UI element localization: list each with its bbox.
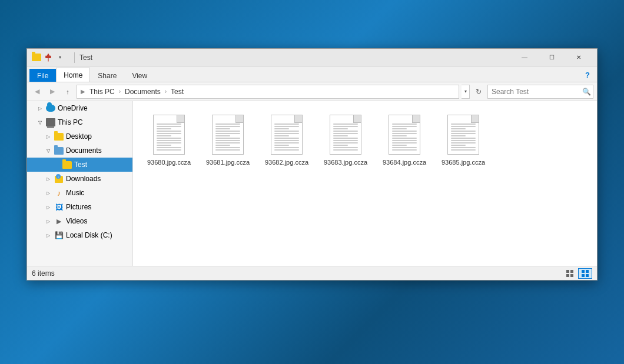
file-item-3[interactable]: 93683.jpg.ccza bbox=[319, 111, 372, 256]
videos-folder-icon: ▶ bbox=[54, 216, 64, 226]
test-folder-icon bbox=[62, 160, 72, 169]
line bbox=[451, 147, 476, 148]
expand-arrow-desktop: ▷ bbox=[45, 133, 52, 140]
line bbox=[392, 140, 417, 141]
view-grid-button[interactable] bbox=[563, 268, 577, 279]
sidebar-label-thispc: This PC bbox=[58, 118, 83, 126]
file-icon-1 bbox=[210, 113, 245, 156]
sidebar-item-onedrive[interactable]: ▷ OneDrive bbox=[27, 101, 132, 115]
sidebar-item-localdisk[interactable]: ▷ 💾 Local Disk (C:) bbox=[27, 228, 132, 242]
search-icon[interactable]: 🔍 bbox=[582, 88, 591, 96]
line bbox=[451, 140, 476, 141]
forward-button[interactable]: ▶ bbox=[46, 85, 59, 98]
back-button[interactable]: ◀ bbox=[31, 85, 44, 98]
address-path[interactable]: ▶ This PC › Documents › Test bbox=[77, 85, 459, 99]
line bbox=[333, 128, 348, 129]
line bbox=[333, 126, 358, 127]
file-item-5[interactable]: 93685.jpg.ccza bbox=[437, 111, 490, 256]
line bbox=[274, 142, 299, 143]
help-button[interactable]: ? bbox=[580, 68, 595, 82]
expand-arrow-downloads: ▷ bbox=[45, 175, 52, 182]
line bbox=[274, 123, 299, 125]
file-page-lines-0 bbox=[154, 115, 184, 153]
pictures-folder-icon: 🖼 bbox=[54, 202, 64, 212]
minimize-button[interactable]: — bbox=[511, 49, 538, 66]
file-page-3 bbox=[330, 115, 361, 155]
pc-icon bbox=[46, 118, 55, 127]
svg-rect-2 bbox=[566, 274, 569, 277]
file-item-1[interactable]: 93681.jpg.ccza bbox=[201, 111, 254, 256]
search-box[interactable]: 🔍 bbox=[487, 85, 593, 99]
line bbox=[215, 135, 230, 136]
address-dropdown-button[interactable]: ▾ bbox=[462, 85, 470, 99]
line bbox=[333, 131, 358, 132]
sidebar-item-music[interactable]: ▷ ♪ Music bbox=[27, 186, 132, 200]
file-page-1 bbox=[212, 115, 244, 155]
file-name-0: 93680.jpg.ccza bbox=[147, 158, 191, 166]
line bbox=[215, 128, 230, 129]
line bbox=[451, 128, 466, 129]
file-item-4[interactable]: 93684.jpg.ccza bbox=[378, 111, 431, 256]
line bbox=[215, 147, 240, 148]
sidebar-item-desktop[interactable]: ▷ Desktop bbox=[27, 129, 132, 143]
file-item-0[interactable]: 93680.jpg.ccza bbox=[142, 111, 195, 256]
line bbox=[157, 131, 181, 132]
sidebar-item-videos[interactable]: ▷ ▶ Videos bbox=[27, 214, 132, 228]
address-bar: ◀ ▶ ↑ ▶ This PC › Documents › Test ▾ ↻ 🔍 bbox=[27, 82, 597, 101]
line bbox=[274, 133, 299, 134]
ribbon-tabs: File Home Share View ? bbox=[27, 66, 597, 82]
svg-rect-0 bbox=[566, 270, 569, 273]
expand-arrow-test bbox=[53, 161, 60, 168]
line bbox=[451, 133, 476, 134]
close-button[interactable]: ✕ bbox=[565, 49, 592, 66]
sidebar-item-pictures[interactable]: ▷ 🖼 Pictures bbox=[27, 200, 132, 214]
line bbox=[215, 138, 240, 139]
line bbox=[451, 126, 476, 127]
path-segment-thispc[interactable]: This PC bbox=[88, 87, 117, 96]
line bbox=[392, 145, 407, 146]
onedrive-icon bbox=[46, 103, 55, 113]
line bbox=[274, 140, 299, 141]
pin-icon-title bbox=[44, 53, 53, 62]
view-large-icons-button[interactable] bbox=[578, 268, 592, 279]
tab-home[interactable]: Home bbox=[56, 68, 90, 82]
file-grid: 93680.jpg.ccza bbox=[133, 101, 597, 266]
sidebar-label-desktop: Desktop bbox=[66, 132, 92, 141]
line bbox=[451, 131, 476, 132]
sidebar-item-thispc[interactable]: ▽ This PC bbox=[27, 115, 132, 129]
expand-arrow-onedrive: ▷ bbox=[36, 105, 44, 112]
expand-arrow-music: ▷ bbox=[45, 189, 52, 196]
path-segment-test[interactable]: Test bbox=[169, 87, 185, 96]
path-segment-documents[interactable]: Documents bbox=[123, 87, 162, 96]
line bbox=[274, 135, 289, 136]
sidebar-item-test[interactable]: Test bbox=[27, 158, 132, 172]
file-icon-4 bbox=[387, 113, 422, 156]
search-input[interactable] bbox=[492, 88, 580, 96]
refresh-button[interactable]: ↻ bbox=[472, 85, 485, 98]
disk-icon: 💾 bbox=[54, 231, 64, 240]
line bbox=[392, 135, 407, 136]
line bbox=[274, 147, 299, 148]
file-item-2[interactable]: 93682.jpg.ccza bbox=[260, 111, 313, 256]
line bbox=[157, 142, 181, 143]
line bbox=[157, 138, 181, 139]
file-icon-3 bbox=[328, 113, 363, 156]
line bbox=[392, 131, 417, 132]
sidebar-item-documents[interactable]: ▽ Documents bbox=[27, 143, 132, 158]
line bbox=[274, 145, 289, 146]
line bbox=[274, 131, 299, 132]
svg-rect-3 bbox=[570, 274, 573, 277]
dropdown-title-icon[interactable]: ▾ bbox=[55, 53, 65, 62]
view-buttons bbox=[563, 268, 592, 279]
tab-file[interactable]: File bbox=[29, 69, 56, 82]
up-button[interactable]: ↑ bbox=[61, 85, 74, 98]
maximize-button[interactable]: ☐ bbox=[538, 49, 565, 66]
line bbox=[392, 149, 417, 151]
tab-view[interactable]: View bbox=[124, 69, 155, 82]
tab-share[interactable]: Share bbox=[90, 69, 124, 82]
title-separator bbox=[74, 52, 75, 63]
file-page-lines-3 bbox=[330, 115, 361, 153]
sidebar-item-downloads[interactable]: ▷ ↓ Downloads bbox=[27, 172, 132, 186]
line bbox=[274, 138, 299, 139]
file-name-2: 93682.jpg.ccza bbox=[265, 158, 308, 166]
